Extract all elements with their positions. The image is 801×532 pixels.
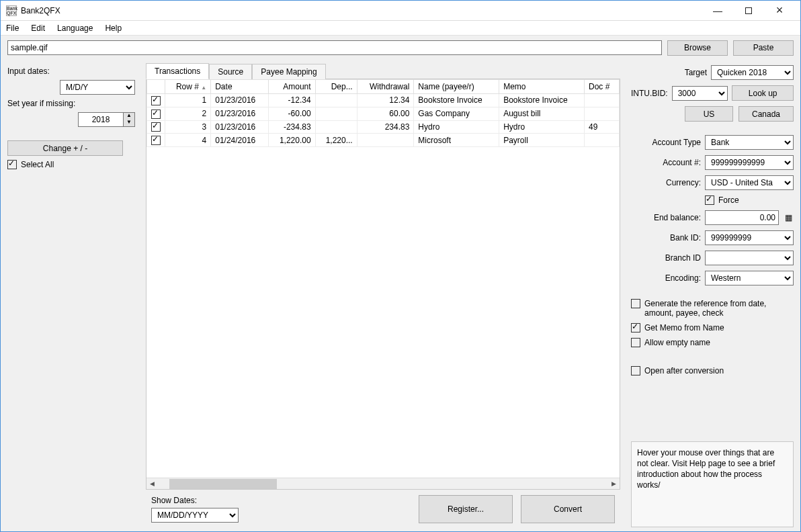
us-button[interactable]: US [685,106,733,122]
menu-language[interactable]: Language [57,24,93,33]
force-checkbox[interactable]: Force [705,195,739,205]
browse-button[interactable]: Browse [667,40,728,56]
account-num-label: Account #: [631,158,701,167]
branch-id-label: Branch ID [631,253,701,263]
col-withdrawal[interactable]: Withdrawal [357,80,414,94]
col-amount[interactable]: Amount [268,80,315,94]
cell-date: 01/23/2016 [211,120,269,134]
bank-id-select[interactable]: 999999999 [705,230,794,245]
scroll-right-icon[interactable]: ▶ [608,480,620,487]
col-doc[interactable]: Doc # [585,80,620,94]
row-check-icon[interactable] [151,96,161,105]
show-dates-label: Show Dates: [151,496,239,505]
check-icon [7,160,17,169]
maximize-button[interactable] [733,1,764,21]
set-year-label: Set year if missing: [7,99,135,108]
cell-date: 01/23/2016 [211,107,269,120]
register-button[interactable]: Register... [419,495,513,523]
menu-help[interactable]: Help [105,24,122,33]
cell-doc [585,94,620,107]
window-title: Bank2QFX [21,6,702,15]
target-label: Target [631,68,707,77]
tab-transactions[interactable]: Transactions [146,63,209,79]
file-row: Browse Paste [1,36,800,60]
cell-withdrawal [357,134,414,147]
cell-amount: -234.83 [268,120,315,134]
check-icon [631,323,640,332]
col-row[interactable]: Row # ▲ [165,80,211,94]
cell-name: Gas Company [414,107,499,120]
close-button[interactable]: × [764,1,795,21]
convert-button[interactable]: Convert [521,495,615,523]
cell-date: 01/23/2016 [211,94,269,107]
branch-id-select[interactable] [705,251,794,265]
table-row[interactable]: 201/23/2016-60.0060.00Gas CompanyAugust … [147,107,620,120]
encoding-label: Encoding: [631,273,701,283]
currency-label: Currency: [631,178,701,187]
cell-deposit: 1,220... [315,134,357,147]
menubar: File Edit Language Help [1,21,800,36]
tab-source[interactable]: Source [209,64,252,79]
canada-button[interactable]: Canada [739,106,794,122]
col-name[interactable]: Name (payee/r) [414,80,499,94]
year-input[interactable] [78,112,124,127]
table-row[interactable]: 101/23/2016-12.3412.34Bookstore InvoiceB… [147,94,620,107]
row-check-icon[interactable] [151,136,161,145]
get-memo-label: Get Memo from Name [644,323,794,332]
show-dates-select[interactable]: MM/DD/YYYY [151,508,239,523]
cell-deposit [315,94,357,107]
scroll-thumb[interactable] [169,479,277,489]
cell-deposit [315,107,357,120]
allow-empty-checkbox[interactable]: Allow empty name [631,338,794,347]
cell-row: 4 [165,134,211,147]
menu-file[interactable]: File [6,24,19,33]
lookup-button[interactable]: Look up [732,85,794,101]
encoding-select[interactable]: Western [705,271,794,285]
intu-select[interactable]: 3000 [672,86,728,101]
cell-amount: -12.34 [268,94,315,107]
year-down[interactable]: ▼ [124,120,134,126]
end-balance-input[interactable] [705,210,779,225]
menu-edit[interactable]: Edit [31,24,45,33]
select-all-checkbox[interactable]: Select All [7,160,135,169]
year-spinner[interactable]: ▲ ▼ [78,112,135,127]
cell-memo: August bill [499,107,585,120]
force-label: Force [718,195,739,205]
input-dates-select[interactable]: M/D/Y [60,80,135,95]
table-row[interactable]: 401/24/20161,220.001,220...MicrosoftPayr… [147,134,620,147]
col-date[interactable]: Date [211,80,269,94]
tab-payee-mapping[interactable]: Payee Mapping [252,64,325,79]
scroll-left-icon[interactable]: ◀ [146,480,158,487]
bank-id-label: Bank ID: [631,233,701,242]
account-type-select[interactable]: Bank [705,135,794,150]
check-icon [631,338,640,347]
row-check-icon[interactable] [151,122,161,132]
col-check[interactable] [147,80,165,94]
row-check-icon[interactable] [151,109,161,119]
check-icon [631,299,640,308]
table-row[interactable]: 301/23/2016-234.83234.83HydroHydro49 [147,120,620,134]
cell-memo: Payroll [499,134,585,147]
get-memo-checkbox[interactable]: Get Memo from Name [631,323,794,332]
target-select[interactable]: Quicken 2018 [711,65,794,80]
check-icon [705,195,714,205]
bottom-bar: Show Dates: MM/DD/YYYY Register... Conve… [146,490,620,529]
currency-select[interactable]: USD - United Sta [705,175,794,190]
horizontal-scrollbar[interactable]: ◀ ▶ [146,478,620,489]
cell-amount: 1,220.00 [268,134,315,147]
paste-button[interactable]: Paste [733,40,794,56]
gen-ref-checkbox[interactable]: Generate the reference from date, amount… [631,299,794,318]
cell-memo: Bookstore Invoice [499,94,585,107]
transactions-pane: Row # ▲ Date Amount Dep... Withdrawal Na… [146,79,620,490]
cell-row: 1 [165,94,211,107]
calendar-icon[interactable]: ▦ [783,213,794,222]
tabs: Transactions Source Payee Mapping [146,62,620,79]
filepath-input[interactable] [7,40,662,55]
minimize-button[interactable]: — [702,1,733,21]
account-num-select[interactable]: 999999999999 [705,155,794,170]
cell-withdrawal: 12.34 [357,94,414,107]
col-deposit[interactable]: Dep... [315,80,357,94]
open-after-checkbox[interactable]: Open after conversion [631,366,794,375]
col-memo[interactable]: Memo [499,80,585,94]
change-sign-button[interactable]: Change + / - [7,140,123,156]
